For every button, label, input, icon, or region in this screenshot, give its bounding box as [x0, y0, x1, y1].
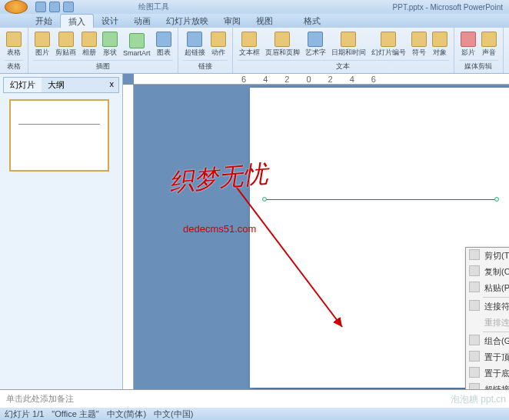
thumbnail-pane: 幻灯片 大纲 x [0, 74, 123, 389]
btn-action[interactable]: 动作 [209, 30, 228, 59]
handle-end[interactable] [494, 197, 499, 202]
ctx-send-back[interactable]: 置于底层(K)▶ [466, 365, 509, 382]
thumb-tabs: 幻灯片 大纲 x [3, 77, 119, 93]
ctx-paste[interactable]: 粘贴(P) [466, 280, 509, 296]
tab-insert[interactable]: 插入 [60, 14, 94, 28]
watermark-sub: dedecms51.com [183, 223, 256, 235]
ribbon-group-media: 影片 声音 媒体剪辑 [454, 28, 504, 73]
paste-icon [469, 282, 480, 292]
tab-home[interactable]: 开始 [28, 14, 60, 28]
cut-icon [469, 249, 480, 260]
hyperlink-icon [469, 383, 480, 389]
btn-datetime[interactable]: 日期和时间 [330, 30, 368, 59]
quick-access-toolbar [35, 2, 74, 12]
context-menu: 剪切(T) 复制(C) 粘贴(P) 连接符类型(V)▶ 重排连接符(I) 组合(… [465, 247, 509, 389]
btn-shapes[interactable]: 形状 [101, 30, 119, 59]
ctx-connector-type[interactable]: 连接符类型(V)▶ [466, 298, 509, 315]
handle-start[interactable] [262, 197, 267, 202]
btn-movie[interactable]: 影片 [459, 30, 477, 59]
status-theme: "Office 主题" [52, 408, 98, 420]
btn-headerfooter[interactable]: 页眉和页脚 [264, 30, 301, 59]
office-button[interactable] [5, 0, 28, 14]
tab-animations[interactable]: 动画 [126, 14, 158, 28]
bring-front-icon [469, 351, 480, 362]
ribbon-group-illustrations: 图片 剪贴画 相册 形状 SmartArt 图表 插图 [28, 28, 178, 73]
ruler-horizontal: 6420246 [134, 74, 509, 85]
btn-smartart[interactable]: SmartArt [121, 32, 152, 58]
notes-pane[interactable]: 单击此处添加备注 [0, 389, 509, 408]
ctx-cut[interactable]: 剪切(T) [466, 248, 509, 264]
status-lang: 中文(简体) [107, 408, 146, 420]
tab-format[interactable]: 格式 [296, 14, 328, 28]
btn-symbol[interactable]: 符号 [410, 30, 428, 59]
tab-slideshow[interactable]: 幻灯片放映 [158, 14, 216, 28]
btn-hyperlink[interactable]: 超链接 [183, 30, 207, 59]
ctx-hyperlink[interactable]: 超链接(H)... [466, 382, 509, 389]
tab-view[interactable]: 视图 [248, 14, 281, 28]
qat-save-icon[interactable] [35, 2, 46, 12]
ctx-copy[interactable]: 复制(C) [466, 264, 509, 280]
thumb-close-icon[interactable]: x [105, 78, 119, 92]
ctx-reroute: 重排连接符(I) [466, 315, 509, 331]
copy-icon [469, 265, 480, 276]
status-bar: 幻灯片 1/1 "Office 主题" 中文(简体) 中文(中国) [0, 408, 509, 420]
window-title: PPT.pptx - Microsoft PowerPoint [393, 3, 503, 12]
btn-album[interactable]: 相册 [80, 30, 98, 59]
watermark-footer: 泡泡糖 ppt.cn [451, 393, 506, 406]
line-shape[interactable] [265, 199, 496, 200]
ribbon-tabs: 开始 插入 设计 动画 幻灯片放映 审阅 视图 格式 [0, 14, 509, 28]
ribbon: 表格 表格 图片 剪贴画 相册 形状 SmartArt 图表 插图 超链接 动作… [0, 28, 509, 74]
btn-object[interactable]: 对象 [431, 30, 449, 59]
ctx-group[interactable]: 组合(G)▶ [466, 333, 509, 349]
btn-chart[interactable]: 图表 [155, 30, 173, 59]
ribbon-group-text: 文本框 页眉和页脚 艺术字 日期和时间 幻灯片编号 符号 对象 文本 [233, 28, 454, 73]
titlebar: 绘图工具 PPT.pptx - Microsoft PowerPoint [0, 0, 509, 14]
tab-design[interactable]: 设计 [94, 14, 126, 28]
contextual-title: 绘图工具 [138, 2, 169, 12]
send-back-icon [469, 367, 480, 378]
ribbon-group-tables: 表格 表格 [0, 28, 28, 73]
qat-undo-icon[interactable] [49, 2, 60, 12]
btn-clipart[interactable]: 剪贴画 [54, 30, 78, 59]
slide-thumbnail-1[interactable] [9, 99, 109, 172]
thumb-tab-slides[interactable]: 幻灯片 [4, 78, 42, 92]
status-slide: 幻灯片 1/1 [5, 408, 44, 420]
canvas-area: 6420246 剪切(T) 复制(C) 粘贴(P) 连接符类型(V)▶ 重排连接… [123, 74, 509, 389]
btn-textbox[interactable]: 文本框 [238, 30, 261, 59]
group-icon [469, 335, 480, 345]
ribbon-group-links: 超链接 动作 链接 [178, 28, 233, 73]
ctx-bring-front[interactable]: 置于顶层(R)▶ [466, 349, 509, 365]
ruler-vertical [123, 85, 134, 389]
thumb-tab-outline[interactable]: 大纲 [42, 78, 71, 92]
tab-review[interactable]: 审阅 [216, 14, 248, 28]
btn-table[interactable]: 表格 [5, 30, 23, 59]
qat-redo-icon[interactable] [63, 2, 74, 12]
connector-icon [469, 300, 480, 311]
btn-wordart[interactable]: 艺术字 [304, 30, 328, 59]
btn-sound[interactable]: 声音 [480, 30, 498, 59]
btn-picture[interactable]: 图片 [33, 30, 52, 59]
btn-slidenum[interactable]: 幻灯片编号 [370, 30, 408, 59]
status-ime: 中文(中国) [154, 408, 193, 420]
